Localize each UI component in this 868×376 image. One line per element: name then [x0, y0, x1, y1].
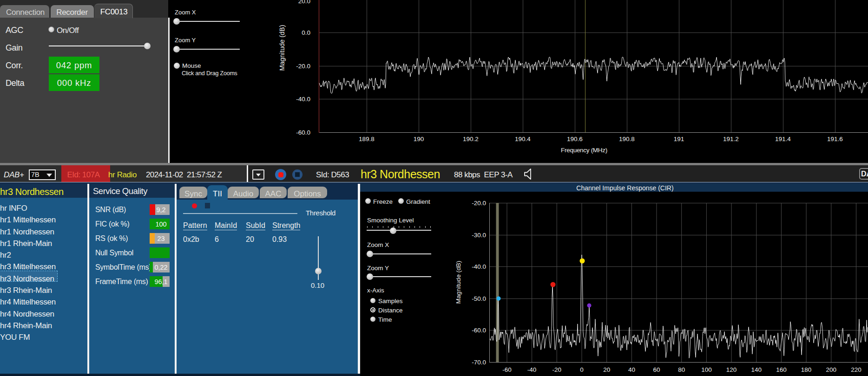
svg-text:0.0: 0.0: [302, 29, 310, 36]
svg-text:-40.0: -40.0: [296, 96, 310, 103]
svg-text:200: 200: [826, 366, 837, 373]
svg-text:-40.0: -40.0: [472, 263, 486, 270]
svg-text:191.2: 191.2: [723, 136, 739, 143]
svg-text:-40: -40: [527, 366, 537, 373]
svg-text:20: 20: [603, 366, 610, 373]
svg-text:0: 0: [580, 366, 584, 373]
svg-text:-50.0: -50.0: [472, 295, 486, 302]
svg-text:-20: -20: [552, 366, 562, 373]
svg-text:-30.0: -30.0: [472, 232, 486, 239]
svg-text:220: 220: [851, 366, 861, 373]
svg-text:191.4: 191.4: [775, 136, 791, 143]
svg-text:80: 80: [678, 366, 685, 373]
svg-text:140: 140: [751, 366, 762, 373]
svg-text:-20.0: -20.0: [472, 200, 486, 207]
svg-text:Magnitude (dB): Magnitude (dB): [279, 25, 286, 71]
svg-text:190.8: 190.8: [619, 136, 635, 143]
svg-text:-60.0: -60.0: [472, 327, 486, 334]
svg-text:191.6: 191.6: [827, 136, 843, 143]
svg-text:-60: -60: [502, 366, 512, 373]
svg-text:120: 120: [726, 366, 737, 373]
svg-text:Frequency (MHz): Frequency (MHz): [561, 147, 607, 154]
svg-text:160: 160: [776, 366, 787, 373]
svg-text:190.6: 190.6: [567, 136, 583, 143]
svg-text:190: 190: [414, 136, 424, 143]
svg-text:-70.0: -70.0: [472, 359, 486, 366]
svg-text:-60.0: -60.0: [296, 129, 310, 136]
svg-text:190.2: 190.2: [463, 136, 479, 143]
svg-text:190.4: 190.4: [515, 136, 531, 143]
svg-text:-20.0: -20.0: [296, 63, 310, 70]
svg-text:180: 180: [801, 366, 812, 373]
svg-text:191: 191: [674, 136, 684, 143]
svg-text:40: 40: [628, 366, 635, 373]
svg-text:20.0: 20.0: [298, 0, 310, 5]
svg-text:Magnitude (dB): Magnitude (dB): [455, 261, 462, 304]
svg-text:60: 60: [653, 366, 660, 373]
svg-text:100: 100: [701, 366, 712, 373]
svg-text:189.8: 189.8: [359, 136, 375, 143]
